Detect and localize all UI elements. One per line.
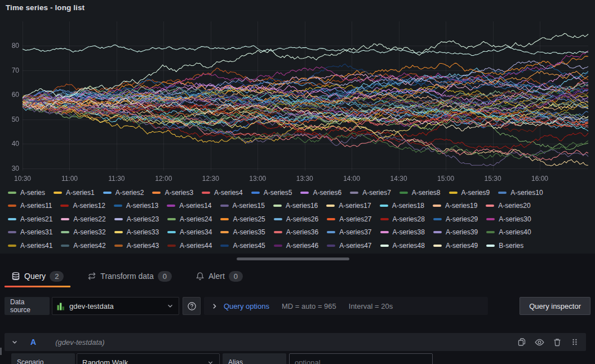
trash-icon[interactable] bbox=[553, 338, 562, 347]
legend-item[interactable]: A-series48 bbox=[380, 239, 425, 252]
query-ref-id[interactable]: A bbox=[30, 338, 36, 347]
legend-item[interactable]: A-series42 bbox=[61, 239, 105, 252]
legend-item[interactable]: A-series37 bbox=[327, 226, 371, 239]
legend-swatch bbox=[114, 245, 123, 247]
legend-item[interactable]: A-series8 bbox=[399, 186, 441, 199]
legend-label: A-series41 bbox=[20, 242, 52, 250]
query-inspector-button[interactable]: Query inspector bbox=[519, 297, 590, 315]
legend-item[interactable]: A-series40 bbox=[486, 226, 531, 239]
legend-label: A-series6 bbox=[313, 189, 341, 197]
legend-item[interactable]: A-series17 bbox=[326, 199, 371, 213]
legend-item[interactable]: A-series1 bbox=[54, 186, 95, 199]
legend-item[interactable]: A-series4 bbox=[202, 186, 243, 199]
pane-splitter-handle[interactable] bbox=[237, 258, 349, 260]
legend-item[interactable]: A-series38 bbox=[380, 226, 425, 239]
legend-swatch bbox=[8, 231, 16, 233]
legend-item[interactable]: A-series bbox=[8, 186, 45, 199]
legend-item[interactable]: A-series23 bbox=[114, 212, 159, 226]
legend-label: A-series19 bbox=[445, 202, 477, 210]
copy-icon[interactable] bbox=[517, 338, 526, 347]
legend-label: A-series33 bbox=[127, 228, 159, 236]
legend-item[interactable]: A-series9 bbox=[449, 186, 490, 199]
legend-swatch bbox=[220, 231, 229, 233]
legend-label: A-series4 bbox=[214, 189, 243, 197]
eye-icon[interactable] bbox=[535, 338, 544, 347]
legend-item[interactable]: A-series7 bbox=[350, 186, 391, 199]
legend-item[interactable]: A-series25 bbox=[220, 212, 265, 226]
legend-swatch bbox=[486, 231, 495, 233]
legend-item[interactable]: A-series28 bbox=[380, 212, 425, 226]
legend-item[interactable]: A-series35 bbox=[220, 226, 265, 239]
legend-item[interactable]: A-series18 bbox=[380, 199, 424, 213]
legend-label: A-series28 bbox=[393, 215, 425, 223]
legend-item[interactable]: A-series5 bbox=[251, 186, 292, 199]
legend-item[interactable]: A-series19 bbox=[433, 199, 477, 213]
legend-item[interactable]: A-series16 bbox=[273, 199, 318, 213]
timeseries-canvas[interactable] bbox=[0, 15, 595, 185]
chevron-down-icon bbox=[166, 302, 174, 310]
legend-label: A-series35 bbox=[233, 228, 265, 236]
legend-item[interactable]: A-series11 bbox=[8, 199, 52, 213]
legend-swatch bbox=[61, 231, 69, 233]
legend-item[interactable]: A-series41 bbox=[8, 239, 52, 252]
query-row-header[interactable]: A (gdev-testdata) bbox=[5, 333, 586, 351]
legend-swatch bbox=[167, 231, 176, 233]
interval-stat: Interval = 20s bbox=[349, 302, 393, 310]
legend-item[interactable]: A-series29 bbox=[433, 212, 478, 226]
tab-transform-data[interactable]: Transform data 0 bbox=[81, 266, 179, 286]
legend-item[interactable]: A-series13 bbox=[114, 199, 158, 213]
legend-item[interactable]: A-series27 bbox=[327, 212, 371, 226]
legend-item[interactable]: A-series22 bbox=[61, 212, 105, 226]
legend-item[interactable]: A-series46 bbox=[274, 239, 318, 252]
legend-item[interactable]: A-series12 bbox=[60, 199, 105, 213]
datasource-picker[interactable]: gdev-testdata bbox=[52, 297, 179, 315]
tab-query[interactable]: Query 2 bbox=[5, 266, 70, 286]
legend-item[interactable]: A-series10 bbox=[498, 186, 543, 199]
legend-item[interactable]: A-series21 bbox=[8, 212, 52, 226]
legend-swatch bbox=[251, 192, 260, 194]
legend-item[interactable]: A-series20 bbox=[486, 199, 530, 213]
legend-swatch bbox=[274, 218, 282, 220]
legend-item[interactable]: A-series26 bbox=[274, 212, 318, 226]
alias-input[interactable] bbox=[289, 353, 433, 364]
query-editor-body: Scenario Random Walk Alias bbox=[5, 353, 586, 364]
drag-dots-icon[interactable] bbox=[570, 338, 579, 347]
legend-label: A-series21 bbox=[20, 215, 52, 223]
legend-item[interactable]: A-series45 bbox=[220, 239, 265, 252]
legend-item[interactable]: A-series36 bbox=[274, 226, 318, 239]
legend-item[interactable]: A-series47 bbox=[327, 239, 371, 252]
legend-label: A-series27 bbox=[339, 215, 371, 223]
query-options-toggle[interactable]: Query options MD = auto = 965 Interval =… bbox=[204, 297, 488, 315]
legend-item[interactable]: A-series14 bbox=[167, 199, 211, 213]
legend-label: A-series43 bbox=[127, 242, 159, 250]
legend-item[interactable]: A-series49 bbox=[433, 239, 478, 252]
database-icon bbox=[11, 272, 20, 281]
legend-item[interactable]: A-series43 bbox=[114, 239, 159, 252]
datasource-help-button[interactable] bbox=[183, 297, 201, 315]
legend-label: A-series39 bbox=[446, 228, 478, 236]
legend-item[interactable]: A-series6 bbox=[300, 186, 341, 199]
legend-item[interactable]: A-series3 bbox=[152, 186, 193, 199]
legend-item[interactable]: A-series24 bbox=[167, 212, 212, 226]
legend-label: A-series31 bbox=[20, 228, 52, 236]
tab-alert[interactable]: Alert 0 bbox=[189, 266, 250, 286]
legend-label: A-series45 bbox=[233, 242, 265, 250]
scenario-select[interactable]: Random Walk bbox=[77, 353, 220, 364]
legend-item[interactable]: A-series2 bbox=[103, 186, 144, 199]
legend-item[interactable]: A-series30 bbox=[486, 212, 531, 226]
legend-item[interactable]: B-series bbox=[486, 239, 523, 252]
chevron-down-icon[interactable] bbox=[11, 339, 18, 345]
legend-item[interactable]: A-series34 bbox=[167, 226, 212, 239]
legend-item[interactable]: A-series31 bbox=[8, 226, 52, 239]
legend-swatch bbox=[486, 245, 495, 247]
legend-item[interactable]: A-series15 bbox=[220, 199, 265, 213]
legend-swatch bbox=[433, 245, 442, 247]
legend-item[interactable]: A-series33 bbox=[114, 226, 159, 239]
legend-item[interactable]: A-series39 bbox=[433, 226, 478, 239]
legend-item[interactable]: A-series32 bbox=[61, 226, 105, 239]
legend-label: A-series17 bbox=[339, 202, 371, 210]
scrollbar-notch[interactable] bbox=[0, 348, 2, 355]
legend-item[interactable]: A-series44 bbox=[167, 239, 212, 252]
legend-label: A-series5 bbox=[264, 189, 292, 197]
legend-swatch bbox=[327, 245, 335, 247]
